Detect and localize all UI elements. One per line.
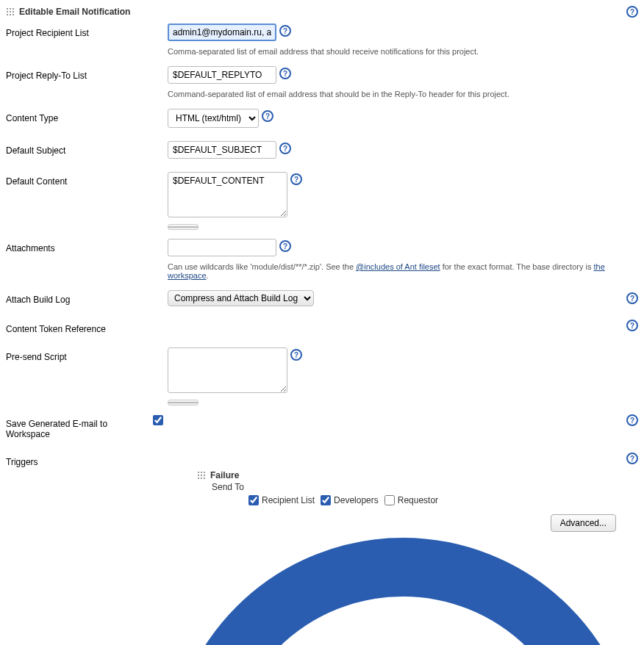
advanced-button[interactable]: Advanced... bbox=[551, 514, 616, 532]
help-icon[interactable]: ? bbox=[168, 538, 638, 645]
recipient-list-hint: Comma-separated list of email address th… bbox=[168, 47, 479, 56]
recipient-list-option[interactable]: Recipient List bbox=[248, 495, 315, 505]
svg-text:?: ? bbox=[313, 624, 493, 645]
resize-handle[interactable] bbox=[168, 224, 198, 230]
help-icon[interactable]: ? bbox=[626, 292, 638, 304]
help-icon[interactable]: ? bbox=[290, 349, 302, 361]
ant-fileset-link[interactable]: @includes of Ant fileset bbox=[356, 262, 440, 271]
help-icon[interactable]: ? bbox=[279, 68, 291, 79]
triggers-label: Triggers bbox=[6, 453, 168, 467]
attachments-label: Attachments bbox=[6, 239, 168, 253]
save-generated-checkbox[interactable] bbox=[153, 415, 163, 425]
attach-build-log-select[interactable]: Compress and Attach Build Log bbox=[168, 290, 314, 306]
help-icon[interactable]: ? bbox=[279, 143, 291, 154]
content-token-ref-label: Content Token Reference bbox=[6, 320, 168, 334]
attach-build-log-label: Attach Build Log bbox=[6, 290, 168, 305]
svg-text:?: ? bbox=[294, 351, 298, 359]
svg-text:?: ? bbox=[630, 295, 634, 303]
svg-text:?: ? bbox=[283, 70, 287, 78]
content-type-select[interactable]: HTML (text/html) bbox=[168, 109, 259, 128]
default-subject-input[interactable] bbox=[168, 141, 276, 159]
svg-text:?: ? bbox=[283, 145, 287, 153]
resize-handle[interactable] bbox=[168, 400, 198, 406]
help-icon[interactable]: ? bbox=[279, 25, 291, 37]
help-icon[interactable]: ? bbox=[262, 110, 273, 122]
default-content-label: Default Content bbox=[6, 172, 168, 187]
recipient-list-checkbox[interactable] bbox=[248, 495, 259, 505]
drag-handle-icon[interactable] bbox=[6, 7, 15, 16]
developers-checkbox[interactable] bbox=[321, 495, 331, 505]
trigger-item: Failure Send To Recipient List Developer… bbox=[197, 470, 638, 505]
default-content-textarea[interactable]: $DEFAULT_CONTENT bbox=[168, 172, 287, 217]
default-subject-label: Default Subject bbox=[6, 141, 168, 156]
recipient-list-label: Project Recipient List bbox=[6, 24, 168, 38]
svg-text:?: ? bbox=[283, 27, 287, 35]
attachments-hint: Can use wildcards like 'module/dist/**/*… bbox=[168, 262, 638, 280]
help-icon[interactable]: ? bbox=[290, 173, 302, 185]
save-generated-label: Save Generated E-mail to Workspace bbox=[6, 414, 153, 439]
pre-send-script-label: Pre-send Script bbox=[6, 347, 168, 362]
svg-text:?: ? bbox=[283, 242, 287, 251]
svg-text:?: ? bbox=[630, 8, 634, 16]
reply-to-input[interactable] bbox=[168, 66, 276, 84]
drag-handle-icon[interactable] bbox=[197, 471, 206, 480]
reply-to-hint: Command-separated list of email address … bbox=[168, 90, 509, 98]
svg-text:?: ? bbox=[630, 322, 634, 330]
reply-to-label: Project Reply-To List bbox=[6, 66, 168, 81]
requestor-checkbox[interactable] bbox=[384, 495, 395, 505]
help-icon[interactable]: ? bbox=[279, 240, 291, 252]
requestor-option[interactable]: Requestor bbox=[384, 495, 438, 505]
section-title: Editable Email Notification bbox=[19, 7, 130, 17]
svg-text:?: ? bbox=[630, 455, 634, 463]
help-icon[interactable]: ? bbox=[626, 453, 638, 464]
svg-text:?: ? bbox=[265, 112, 270, 120]
recipient-list-input[interactable] bbox=[168, 24, 276, 41]
content-type-label: Content Type bbox=[6, 109, 168, 123]
attachments-input[interactable] bbox=[168, 239, 276, 256]
pre-send-script-textarea[interactable] bbox=[168, 347, 287, 393]
developers-option[interactable]: Developers bbox=[321, 495, 379, 505]
svg-text:?: ? bbox=[630, 417, 634, 425]
svg-text:?: ? bbox=[294, 176, 298, 184]
help-icon[interactable]: ? bbox=[626, 414, 638, 426]
trigger-name: Failure bbox=[210, 470, 239, 480]
send-to-label: Send To bbox=[212, 482, 638, 492]
help-icon[interactable]: ? bbox=[626, 6, 638, 18]
help-icon[interactable]: ? bbox=[626, 320, 638, 331]
